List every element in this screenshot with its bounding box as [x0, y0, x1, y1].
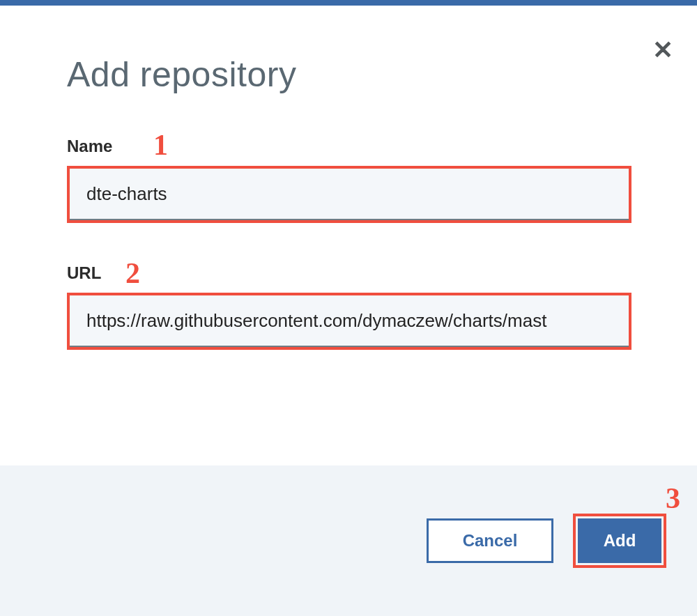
url-input-highlight: 2 [67, 293, 631, 350]
cancel-button[interactable]: Cancel [427, 518, 553, 563]
top-accent-bar [0, 0, 697, 6]
modal-title: Add repository [67, 54, 630, 95]
annotation-3: 3 [666, 482, 680, 515]
form-group-url: URL 2 [67, 263, 630, 350]
annotation-1: 1 [153, 128, 168, 162]
modal-body: ✕ Add repository Name 1 URL 2 [0, 6, 697, 465]
name-input[interactable] [70, 169, 629, 220]
form-group-name: Name 1 [67, 137, 630, 223]
annotation-2: 2 [125, 256, 140, 290]
url-input[interactable] [70, 295, 629, 347]
close-button[interactable]: ✕ [652, 38, 673, 63]
add-button[interactable]: Add [578, 518, 661, 563]
name-input-highlight: 1 [67, 166, 631, 223]
name-label: Name [67, 137, 630, 156]
url-label: URL [67, 263, 630, 283]
modal-footer: Cancel 3 Add [0, 465, 697, 616]
add-button-highlight: 3 Add [573, 514, 666, 568]
